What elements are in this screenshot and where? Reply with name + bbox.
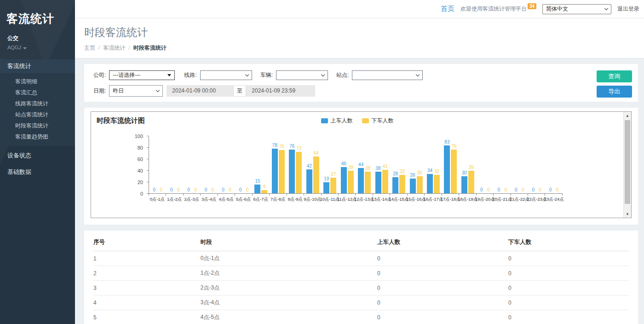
main-area: 首页 欢迎使用客流统计管理平台34 简体中文 退出登录 时段客流统计 主页/客流…: [75, 0, 644, 324]
legend-item[interactable]: 下车人数: [362, 117, 394, 125]
line-label: 线路:: [184, 71, 196, 79]
y-tick-label: 60: [138, 156, 143, 162]
scrollbar-thumb[interactable]: [625, 120, 630, 204]
x-tick-label: 6点-7点: [252, 197, 270, 202]
bar-group: 00: [477, 136, 494, 193]
legend-item[interactable]: 上车人数: [321, 117, 353, 125]
sidebar-item-1[interactable]: 基础数据: [0, 165, 75, 179]
filter-row-date: 日期: 昨日 2024-01-09 00:00 至 2024-01-09 23:…: [93, 85, 629, 97]
station-label: 站点:: [336, 71, 349, 79]
barwrap: 0: [537, 136, 543, 193]
x-tick-label: 1点-2点: [166, 197, 184, 202]
x-tick-label: 5点-6点: [235, 197, 253, 202]
barwrap: 0: [151, 136, 157, 193]
sidebar-subitem-3[interactable]: 站点客流统计: [0, 109, 75, 120]
sidebar-item-0[interactable]: 设备状态: [0, 149, 75, 162]
station-select[interactable]: [352, 70, 423, 80]
sidebar: 客流统计 公交 AQGJ 客流统计 客流明细客流汇总线路客流统计站点客流统计时段…: [0, 0, 75, 324]
bar-group: 00: [184, 136, 201, 193]
chart-scrollbar[interactable]: ▲ ▼: [623, 112, 631, 218]
bar-value-label: 0: [548, 187, 567, 192]
bar-group: 4438: [356, 136, 373, 193]
company-select-value: ---请选择---: [113, 71, 140, 79]
x-tick-label: 0点-1点: [149, 197, 166, 202]
x-tick-label: 18点-19点: [459, 197, 477, 202]
welcome-text: 欢迎使用客流统计管理平台34: [460, 5, 536, 13]
query-button[interactable]: 查询: [597, 70, 632, 82]
sidebar-subitem-0[interactable]: 客流明细: [0, 76, 75, 87]
y-tick-label: 80: [138, 145, 143, 150]
company-select[interactable]: ---请选择---: [109, 70, 175, 80]
date-start-input[interactable]: 2024-01-09 00:00: [167, 85, 233, 97]
sidebar-subitem-2[interactable]: 线路客流统计: [0, 98, 75, 109]
barwrap: 0: [503, 136, 509, 193]
table-cell: 0: [508, 281, 629, 295]
breadcrumb-separator: /: [128, 45, 130, 51]
legend-label: 下车人数: [372, 117, 394, 125]
date-to-label: 至: [233, 85, 246, 97]
filter-panel: 公司: ---请选择--- 线路: 车辆: 站点:: [84, 64, 638, 102]
barwrap: 30: [417, 136, 423, 193]
bar-group: 2832: [390, 136, 407, 193]
barwrap: 0: [193, 136, 199, 193]
bar-alighting: [330, 178, 336, 193]
bar-alighting: [399, 175, 405, 193]
bar-alighting: [434, 175, 440, 193]
home-link[interactable]: 首页: [441, 5, 454, 13]
barwrap: 76: [289, 136, 295, 193]
y-tick-label: 20: [138, 179, 143, 185]
sidebar-subitem-4[interactable]: 时段客流统计: [0, 120, 75, 131]
vehicle-select[interactable]: [276, 70, 328, 80]
barwrap: 41: [382, 136, 388, 193]
y-tick-label: 100: [135, 133, 143, 139]
x-tick-label: 15点-16点: [408, 197, 425, 202]
date-end-input[interactable]: 2024-01-09 23:59: [246, 85, 315, 97]
org-code-dropdown[interactable]: AQGJ: [7, 45, 68, 50]
table-body: 10点-1点0021点-2点0032点-3点0043点-4点0054点-5点00…: [93, 251, 629, 324]
table-cell: 0: [377, 281, 508, 295]
bar-group: 8376: [442, 136, 459, 193]
table-cell: 3: [93, 281, 201, 295]
table-cell: 0: [508, 295, 629, 310]
export-button[interactable]: 导出: [597, 86, 632, 98]
bar-boarding: [375, 172, 381, 194]
header-index: 序号: [93, 234, 201, 251]
date-range: 2024-01-09 00:00 至 2024-01-09 23:59: [167, 85, 315, 97]
bar-boarding: [323, 182, 329, 193]
bars-plot: 0000000000001567875767242641927463944383…: [149, 136, 563, 194]
logout-link[interactable]: 退出登录: [617, 5, 639, 13]
barwrap: 0: [175, 136, 181, 193]
table-cell: 0: [377, 295, 508, 310]
sidebar-section-passenger-stats[interactable]: 客流统计: [0, 59, 75, 73]
x-tick-label: 14点-15点: [390, 197, 408, 202]
barwrap: 32: [399, 136, 405, 193]
barwrap: 64: [313, 136, 319, 193]
triangle-down-icon: [167, 74, 171, 76]
language-select[interactable]: 简体中文: [542, 4, 611, 14]
breadcrumb-home[interactable]: 主页: [84, 45, 95, 51]
line-select[interactable]: [200, 70, 252, 80]
header-period: 时段: [201, 234, 377, 251]
y-tick-label: 40: [138, 168, 143, 174]
data-table-panel: 序号 时段 上车人数 下车人数 10点-1点0021点-2点0032点-3点00…: [84, 231, 638, 324]
scroll-down-arrow-icon[interactable]: ▼: [624, 210, 631, 218]
sidebar-subitem-1[interactable]: 客流汇总: [0, 87, 75, 98]
scroll-up-arrow-icon[interactable]: ▲: [624, 112, 631, 119]
table-cell: 2点-3点: [201, 281, 377, 295]
sidebar-subitem-5[interactable]: 客流量趋势图: [0, 131, 75, 142]
table-cell: 4点-5点: [201, 310, 377, 324]
action-buttons: 查询 导出: [597, 70, 632, 98]
app-brand: 客流统计: [0, 0, 75, 26]
chevron-down-icon: [416, 73, 420, 76]
app-window: 客流统计 公交 AQGJ 客流统计 客流明细客流汇总线路客流统计站点客流统计时段…: [0, 0, 644, 324]
breadcrumb-passenger-stats[interactable]: 客流统计: [103, 45, 125, 51]
date-preset-select[interactable]: 昨日: [109, 85, 163, 97]
bar-alighting: [279, 150, 285, 193]
org-name: 公交: [7, 35, 68, 42]
notification-badge[interactable]: 34: [528, 3, 536, 9]
table-cell: 1点-2点: [201, 266, 377, 281]
chevron-down-icon: [245, 73, 248, 76]
sidebar-plain-items: 设备状态基础数据: [0, 149, 75, 179]
bar-boarding: [341, 167, 347, 194]
table-cell: 0: [508, 251, 629, 266]
